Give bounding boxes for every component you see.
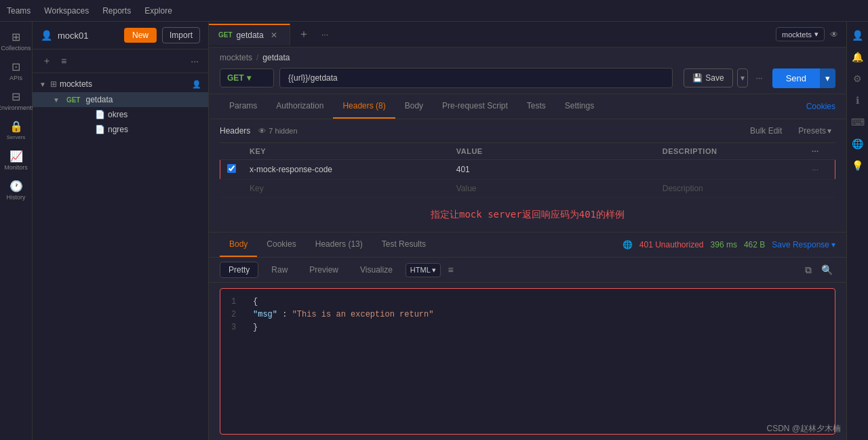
topbar-teams[interactable]: Teams bbox=[7, 6, 31, 16]
search-button[interactable]: 🔍 bbox=[818, 263, 835, 277]
view-preview-button[interactable]: Preview bbox=[300, 262, 347, 278]
resp-tab-headers[interactable]: Headers (13) bbox=[306, 233, 372, 257]
import-button[interactable]: Import bbox=[162, 27, 200, 43]
workspace-name: mock01 bbox=[58, 31, 119, 41]
send-button[interactable]: Send bbox=[772, 68, 820, 88]
status-badge: 401 Unauthorized bbox=[639, 240, 704, 249]
row-desc-cell[interactable] bbox=[656, 160, 805, 180]
far-right-panel: 👤 🔔 ⚙ ℹ ⌨ 🌐 💡 bbox=[846, 22, 868, 440]
sub-tab-headers[interactable]: Headers bbox=[220, 126, 250, 136]
request-tab-getdata[interactable]: GET getdata ✕ bbox=[209, 24, 290, 45]
row-value-cell[interactable]: 401 bbox=[450, 160, 656, 180]
env-name: mocktets bbox=[782, 31, 812, 39]
tab-tests[interactable]: Tests bbox=[517, 94, 555, 119]
bulk-edit-button[interactable]: Bulk Edit bbox=[746, 125, 786, 137]
tree-item-ngres[interactable]: 📄 ngres bbox=[33, 122, 208, 137]
settings-icon[interactable]: ⚙ bbox=[850, 71, 865, 87]
save-button[interactable]: 💾 Save bbox=[684, 68, 732, 87]
tab-settings[interactable]: Settings bbox=[555, 94, 604, 119]
person-far-right-icon[interactable]: 👤 bbox=[849, 27, 866, 43]
topbar-explore[interactable]: Explore bbox=[144, 6, 172, 16]
topbar-reports[interactable]: Reports bbox=[102, 6, 131, 16]
globe-far-icon[interactable]: 🌐 bbox=[849, 136, 866, 152]
copy-button[interactable]: ⧉ bbox=[802, 263, 814, 277]
tab-headers[interactable]: Headers (8) bbox=[333, 94, 395, 119]
col-value: VALUE bbox=[450, 143, 656, 160]
save-response-button[interactable]: Save Response ▾ bbox=[772, 240, 835, 249]
row-key-cell[interactable]: x-mock-response-code bbox=[243, 160, 450, 180]
history-icon: 🕐 bbox=[9, 180, 23, 193]
col-more: ··· bbox=[805, 143, 835, 160]
tab-params[interactable]: Params bbox=[220, 94, 267, 119]
sidebar-item-monitors[interactable]: 📈 Monitors bbox=[3, 146, 30, 174]
row-checkbox[interactable] bbox=[227, 164, 236, 173]
resp-tab-body[interactable]: Body bbox=[220, 233, 257, 257]
apis-label: APIs bbox=[9, 75, 22, 81]
cookies-link[interactable]: Cookies bbox=[806, 95, 835, 118]
filter-button[interactable]: ≡ bbox=[58, 54, 69, 68]
left-panel-header: 👤 mock01 New Import bbox=[33, 22, 208, 49]
tabs-bar: GET getdata ✕ ＋ ··· mocktets ▾ 👁 bbox=[209, 22, 846, 47]
resp-tab-test-results[interactable]: Test Results bbox=[372, 233, 435, 257]
hidden-badge[interactable]: 👁 7 hidden bbox=[258, 127, 297, 135]
view-visualize-button[interactable]: Visualize bbox=[351, 262, 401, 278]
right-panel: GET getdata ✕ ＋ ··· mocktets ▾ 👁 mocktet… bbox=[209, 22, 846, 440]
row-more-cell[interactable]: ··· bbox=[805, 160, 835, 180]
breadcrumb-parent[interactable]: mocktets bbox=[220, 53, 252, 62]
resp-tab-cookies[interactable]: Cookies bbox=[257, 233, 305, 257]
format-select[interactable]: HTML ▾ bbox=[406, 263, 441, 277]
mock-servers-label: Servers bbox=[7, 134, 26, 140]
collection-header[interactable]: ▼ ⊞ mocktets 👤 bbox=[33, 76, 208, 92]
presets-button[interactable]: Presets ▾ bbox=[794, 125, 835, 137]
eye-small-icon: 👁 bbox=[258, 127, 266, 135]
sidebar-item-mock-servers[interactable]: 🔒 Servers bbox=[3, 117, 30, 144]
lightbulb-icon[interactable]: 💡 bbox=[849, 157, 866, 174]
empty-key-cell[interactable]: Key bbox=[243, 180, 450, 198]
eye-icon[interactable]: 👁 bbox=[830, 30, 838, 39]
topbar-workspaces[interactable]: Workspaces bbox=[44, 6, 89, 16]
url-input[interactable] bbox=[279, 68, 673, 88]
new-tab-button[interactable]: ＋ bbox=[290, 22, 317, 47]
tab-authorization[interactable]: Authorization bbox=[267, 94, 333, 119]
bell-icon[interactable]: 🔔 bbox=[849, 49, 866, 65]
top-bar: Teams Workspaces Reports Explore bbox=[0, 0, 868, 22]
empty-desc-cell[interactable]: Description bbox=[656, 180, 805, 198]
empty-more-cell bbox=[805, 180, 835, 198]
url-actions: 💾 Save ▾ ··· bbox=[684, 68, 766, 87]
view-raw-button[interactable]: Raw bbox=[262, 262, 296, 278]
info-icon[interactable]: ℹ bbox=[853, 92, 862, 108]
method-select[interactable]: GET ▾ bbox=[220, 68, 274, 87]
tabs-more-button[interactable]: ··· bbox=[317, 24, 332, 45]
headers-table: KEY VALUE DESCRIPTION ··· x-mock-respons… bbox=[220, 143, 835, 198]
add-collection-button[interactable]: ＋ bbox=[39, 54, 54, 68]
send-chevron-button[interactable]: ▾ bbox=[820, 68, 835, 88]
line-number-3: 3 bbox=[231, 321, 245, 334]
word-wrap-button[interactable]: ≡ bbox=[445, 263, 456, 277]
keyboard-icon[interactable]: ⌨ bbox=[848, 114, 867, 130]
code-line-2: 2 "msg" : "This is an exception return" bbox=[231, 308, 824, 321]
more-options-icon[interactable]: ··· bbox=[752, 69, 767, 87]
breadcrumb-current: getdata bbox=[262, 53, 290, 62]
row-checkbox-cell[interactable] bbox=[220, 160, 243, 180]
presets-chevron-icon: ▾ bbox=[827, 126, 831, 136]
collection-icon: ⊞ bbox=[50, 79, 57, 89]
tab-pre-request[interactable]: Pre-request Script bbox=[433, 94, 517, 119]
sidebar-item-collections[interactable]: ⊞ Collections bbox=[3, 27, 30, 54]
view-pretty-button[interactable]: Pretty bbox=[220, 262, 258, 278]
apis-icon: ⊡ bbox=[12, 60, 20, 73]
save-chevron-icon[interactable]: ▾ bbox=[737, 68, 748, 87]
empty-value-cell[interactable]: Value bbox=[450, 180, 656, 198]
tab-close-button[interactable]: ✕ bbox=[271, 31, 277, 40]
more-button[interactable]: ··· bbox=[188, 54, 201, 68]
sub-icon-okres: 📄 bbox=[64, 110, 105, 119]
tree-item-okres[interactable]: 📄 okres bbox=[33, 107, 208, 122]
sidebar-item-environments[interactable]: ⊟ Environments bbox=[3, 87, 30, 114]
save-icon: 💾 bbox=[692, 73, 703, 83]
env-selector[interactable]: mocktets ▾ bbox=[776, 27, 825, 41]
tree-item-getdata[interactable]: ▼ GET getdata bbox=[33, 92, 208, 107]
tab-body[interactable]: Body bbox=[395, 94, 433, 119]
sidebar-item-apis[interactable]: ⊡ APIs bbox=[3, 57, 30, 84]
status-size: 462 B bbox=[744, 240, 765, 249]
new-button[interactable]: New bbox=[124, 28, 157, 43]
sidebar-item-history[interactable]: 🕐 History bbox=[3, 176, 30, 203]
